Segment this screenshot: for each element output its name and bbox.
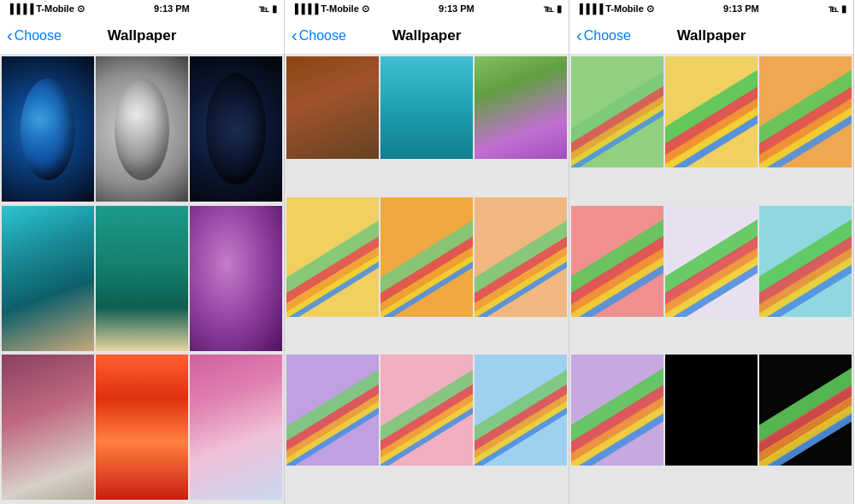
- wallpaper-p3-rainbow1[interactable]: [665, 56, 758, 167]
- nav-bar-3: ‹ Choose Wallpaper: [569, 17, 853, 55]
- wallpaper-flower-purple[interactable]: [2, 355, 94, 500]
- wifi-icon-1: ⊙: [77, 3, 85, 15]
- carrier-2: T-Mobile: [321, 3, 359, 14]
- nav-title-3: Wallpaper: [677, 27, 746, 44]
- status-bar-2: ▐▐▐▐ T-Mobile ⊙ 9:13 PM ℡ ▮: [285, 0, 569, 17]
- battery-icon-1: ▮: [272, 3, 277, 15]
- wallpaper-p3-orange[interactable]: [759, 56, 852, 167]
- carrier-1: T-Mobile: [36, 3, 74, 14]
- wallpaper-pink-rainbow[interactable]: [380, 355, 473, 466]
- wallpaper-lavender-rainbow[interactable]: [286, 355, 379, 466]
- wifi-icon-2: ⊙: [362, 3, 369, 15]
- battery-icon-2: ▮: [557, 3, 562, 15]
- chevron-icon-1: ‹: [7, 26, 13, 44]
- wallpaper-p3-lavender[interactable]: [571, 355, 663, 466]
- time-3: 9:13 PM: [723, 3, 759, 14]
- bluetooth-icon-1: ℡: [259, 3, 269, 15]
- wallpaper-p3-pink-salmon[interactable]: [571, 206, 663, 317]
- back-button-2[interactable]: ‹ Choose: [292, 27, 346, 44]
- wifi-icon-3: ⊙: [646, 3, 654, 15]
- back-button-1[interactable]: ‹ Choose: [7, 27, 62, 44]
- back-label-3[interactable]: Choose: [584, 28, 631, 44]
- signal-icon-2: ▐▐▐▐: [292, 3, 318, 14]
- wallpaper-moon[interactable]: [96, 56, 188, 202]
- chevron-icon-2: ‹: [292, 26, 298, 44]
- status-left-3: ▐▐▐▐ T-Mobile ⊙: [576, 3, 654, 15]
- wallpaper-grid-3: [569, 55, 853, 504]
- bluetooth-icon-2: ℡: [544, 3, 554, 15]
- wallpaper-flower-red[interactable]: [96, 355, 188, 500]
- wallpaper-blue-rainbow[interactable]: [475, 355, 567, 466]
- bluetooth-icon-3: ℡: [828, 3, 839, 15]
- status-left-2: ▐▐▐▐ T-Mobile ⊙: [292, 3, 369, 15]
- chevron-icon-3: ‹: [576, 26, 582, 44]
- nav-bar-1: ‹ Choose Wallpaper: [0, 17, 284, 55]
- status-bar-1: ▐▐▐▐ T-Mobile ⊙ 9:13 PM ℡ ▮: [0, 0, 284, 17]
- wallpaper-flower-green[interactable]: [475, 56, 567, 159]
- wallpaper-p3-green[interactable]: [571, 56, 663, 167]
- status-right-2: ℡ ▮: [544, 3, 562, 15]
- status-bar-3: ▐▐▐▐ T-Mobile ⊙ 9:13 PM ℡ ▮: [569, 0, 853, 17]
- wallpaper-grid-1: [0, 55, 284, 504]
- nav-title-2: Wallpaper: [392, 27, 462, 44]
- phone-panel-1: ▐▐▐▐ T-Mobile ⊙ 9:13 PM ℡ ▮ ‹ Choose Wal…: [0, 0, 285, 504]
- phone-panel-2: ▐▐▐▐ T-Mobile ⊙ 9:13 PM ℡ ▮ ‹ Choose Wal…: [285, 0, 569, 504]
- wallpaper-flower-blue[interactable]: [380, 56, 473, 159]
- wallpaper-blur-purple[interactable]: [190, 206, 282, 351]
- back-button-3[interactable]: ‹ Choose: [576, 27, 631, 44]
- wallpaper-peach-rainbow[interactable]: [475, 197, 567, 317]
- wallpaper-flower-brown[interactable]: [286, 56, 379, 159]
- wallpaper-grid-2: [285, 55, 569, 504]
- nav-bar-2: ‹ Choose Wallpaper: [285, 17, 569, 55]
- wallpaper-p3-black-rainbow[interactable]: [759, 355, 852, 466]
- back-label-2[interactable]: Choose: [299, 28, 346, 44]
- status-right-1: ℡ ▮: [259, 3, 277, 15]
- wallpaper-p3-black1[interactable]: [665, 355, 758, 466]
- battery-icon-3: ▮: [841, 3, 846, 15]
- wallpaper-flower-pink[interactable]: [190, 355, 282, 500]
- wallpaper-yellow[interactable]: [286, 197, 379, 317]
- status-right-3: ℡ ▮: [828, 3, 846, 15]
- time-2: 9:13 PM: [439, 3, 475, 14]
- phone-panel-3: ▐▐▐▐ T-Mobile ⊙ 9:13 PM ℡ ▮ ‹ Choose Wal…: [569, 0, 854, 504]
- carrier-3: T-Mobile: [605, 3, 644, 14]
- wallpaper-p3-rainbow2[interactable]: [665, 206, 758, 317]
- time-1: 9:13 PM: [154, 3, 190, 14]
- wallpaper-p3-teal-light[interactable]: [759, 206, 852, 317]
- wallpaper-earth-night[interactable]: [190, 56, 282, 202]
- wallpaper-earth[interactable]: [2, 56, 94, 202]
- status-left-1: ▐▐▐▐ T-Mobile ⊙: [7, 3, 85, 15]
- signal-icon-1: ▐▐▐▐: [7, 3, 33, 14]
- wallpaper-ocean-wave[interactable]: [96, 206, 188, 351]
- signal-icon-3: ▐▐▐▐: [576, 3, 603, 14]
- nav-title-1: Wallpaper: [108, 27, 177, 44]
- wallpaper-orange-rainbow[interactable]: [380, 197, 473, 317]
- wallpaper-teal-wave[interactable]: [2, 206, 94, 351]
- back-label-1[interactable]: Choose: [15, 28, 62, 44]
